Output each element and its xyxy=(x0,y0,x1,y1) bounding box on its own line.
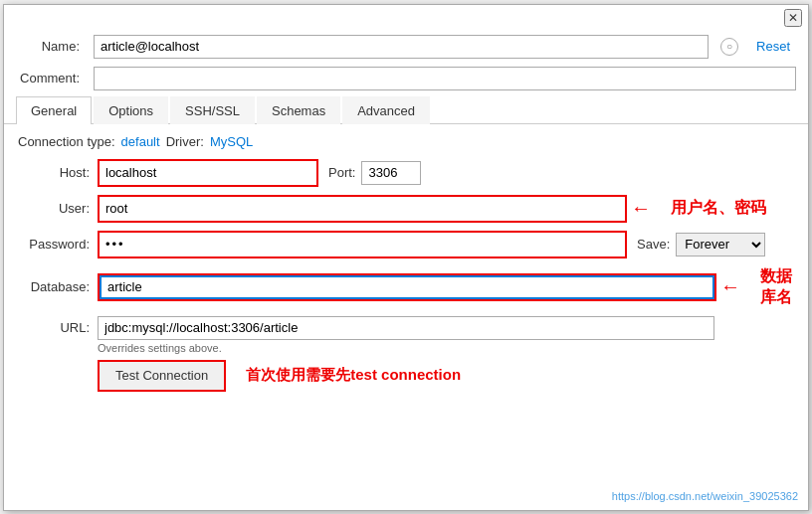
port-label: Port: xyxy=(328,165,355,180)
user-input[interactable] xyxy=(100,197,625,221)
tabs-bar: General Options SSH/SSL Schemas Advanced xyxy=(4,96,808,124)
connection-type-label: Connection type: xyxy=(18,134,115,149)
tab-general[interactable]: General xyxy=(16,96,92,124)
test-connection-button[interactable]: Test Connection xyxy=(100,362,224,390)
tab-advanced[interactable]: Advanced xyxy=(342,96,430,124)
database-label: Database: xyxy=(18,279,98,294)
database-input[interactable] xyxy=(100,275,714,299)
save-select[interactable]: Forever xyxy=(676,233,765,257)
database-arrow: ← xyxy=(720,275,740,298)
driver-value: MySQL xyxy=(210,134,253,149)
password-border-box xyxy=(98,231,627,258)
tab-options[interactable]: Options xyxy=(94,96,168,124)
test-button-box: Test Connection xyxy=(98,360,226,392)
tab-schemas[interactable]: Schemas xyxy=(257,96,340,124)
comment-row: Comment: xyxy=(4,63,808,94)
driver-label: Driver: xyxy=(166,134,204,149)
name-label: Name: xyxy=(16,39,86,54)
host-label: Host: xyxy=(18,165,98,180)
password-input[interactable] xyxy=(100,233,625,257)
clear-icon[interactable]: ○ xyxy=(720,38,738,56)
close-button[interactable]: ✕ xyxy=(784,9,802,27)
user-border-box xyxy=(98,195,627,223)
database-annotation: 数据库名 xyxy=(760,266,794,308)
database-border-box xyxy=(98,273,716,301)
password-row: Password: Save: Forever xyxy=(18,231,794,258)
url-row: URL: xyxy=(18,316,794,340)
connection-type-value: default xyxy=(121,134,160,149)
password-label: Password: xyxy=(18,237,98,252)
user-arrow: ← xyxy=(631,197,651,220)
url-label: URL: xyxy=(18,320,98,335)
user-label: User: xyxy=(18,201,98,216)
reset-button[interactable]: Reset xyxy=(750,37,796,56)
comment-label: Comment: xyxy=(16,71,86,86)
url-input[interactable] xyxy=(98,316,714,340)
name-input[interactable] xyxy=(94,35,709,59)
test-connection-row: Test Connection 首次使用需要先test connection xyxy=(18,360,794,392)
host-input[interactable] xyxy=(100,161,316,185)
watermark: https://blog.csdn.net/weixin_39025362 xyxy=(612,490,798,502)
dialog: ✕ Name: ○ Reset Comment: General Options… xyxy=(3,4,809,511)
comment-input[interactable] xyxy=(94,67,796,90)
overrides-text: Overrides settings above. xyxy=(98,342,794,354)
tab-ssh-ssl[interactable]: SSH/SSL xyxy=(170,96,255,124)
host-border-box xyxy=(98,159,318,187)
user-row: User: ← 用户名、密码 xyxy=(18,195,794,223)
database-row: Database: ← 数据库名 xyxy=(18,266,794,308)
name-row: Name: ○ Reset xyxy=(4,31,808,63)
save-label: Save: xyxy=(637,237,670,252)
host-row: Host: Port: xyxy=(18,159,794,187)
title-bar: ✕ xyxy=(4,5,808,31)
port-input[interactable] xyxy=(361,161,421,185)
user-annotation: 用户名、密码 xyxy=(671,198,766,219)
connection-type-row: Connection type: default Driver: MySQL xyxy=(18,134,794,149)
content-area: Connection type: default Driver: MySQL H… xyxy=(4,124,808,496)
test-connection-annotation: 首次使用需要先test connection xyxy=(246,366,461,385)
